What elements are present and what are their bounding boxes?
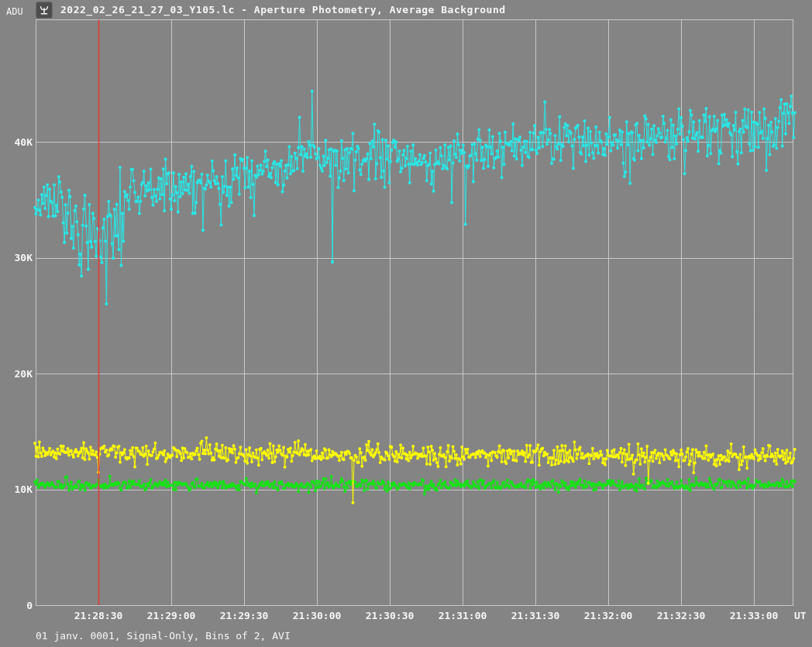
x-tick-213100: 21:31:00 [432,610,494,621]
x-axis-unit-label: UT [794,610,807,621]
x-tick-212930: 21:29:30 [213,610,275,621]
x-tick-212830: 21:28:30 [67,610,129,621]
x-tick-213200: 21:32:00 [577,610,639,621]
tangra-app-icon[interactable] [36,2,53,19]
y-tick-20k: 20K [2,368,33,380]
y-axis-unit-label: ADU [6,6,23,17]
x-tick-213230: 21:32:30 [650,610,712,621]
y-tick-30k: 30K [2,252,33,263]
x-tick-213300: 21:33:00 [723,610,785,621]
x-tick-213130: 21:31:30 [504,610,566,621]
window-title: 2022_02_26_21_27_03_Y105.lc - Aperture P… [60,4,506,15]
x-tick-213000: 21:30:00 [286,610,348,621]
lightcurve-window: ADU 2022_02_26_21_27_03_Y105.lc - Apertu… [0,0,812,647]
tangra-icon-glyph [38,4,50,16]
x-tick-212900: 21:29:00 [140,610,202,621]
status-bar-text: 01 janv. 0001, Signal-Only, Bins of 2, A… [36,630,291,642]
x-tick-213030: 21:30:30 [359,610,421,621]
y-tick-10k: 10K [2,484,33,495]
lightcurve-plot-canvas[interactable] [0,0,812,647]
y-tick-0: 0 [2,600,33,611]
y-tick-40k: 40K [2,136,33,148]
